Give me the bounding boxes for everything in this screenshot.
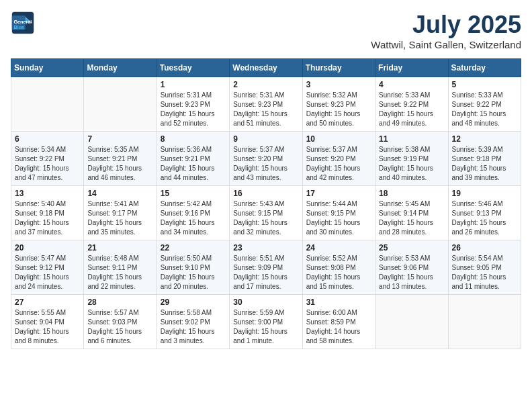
- day-info: Sunrise: 5:58 AM Sunset: 9:02 PM Dayligh…: [161, 308, 226, 346]
- day-info: Sunrise: 5:46 AM Sunset: 9:13 PM Dayligh…: [452, 199, 517, 237]
- calendar-cell: 27Sunrise: 5:55 AM Sunset: 9:04 PM Dayli…: [11, 295, 84, 349]
- weekday-header-monday: Monday: [84, 59, 157, 77]
- day-number: 3: [306, 80, 371, 89]
- day-info: Sunrise: 5:37 AM Sunset: 9:20 PM Dayligh…: [306, 145, 371, 183]
- day-info: Sunrise: 6:00 AM Sunset: 8:59 PM Dayligh…: [306, 308, 371, 346]
- day-info: Sunrise: 5:44 AM Sunset: 9:15 PM Dayligh…: [306, 199, 371, 237]
- calendar-cell: [448, 295, 521, 349]
- day-number: 10: [306, 134, 371, 144]
- day-info: Sunrise: 5:52 AM Sunset: 9:08 PM Dayligh…: [306, 254, 371, 291]
- weekday-header-saturday: Saturday: [448, 59, 521, 77]
- day-number: 20: [15, 243, 80, 253]
- calendar-cell: [84, 77, 157, 132]
- day-info: Sunrise: 5:40 AM Sunset: 9:18 PM Dayligh…: [15, 199, 80, 237]
- weekday-header-friday: Friday: [375, 59, 448, 77]
- calendar-cell: 15Sunrise: 5:42 AM Sunset: 9:16 PM Dayli…: [157, 186, 229, 240]
- svg-text:Blue: Blue: [14, 24, 25, 30]
- calendar-week-row: 13Sunrise: 5:40 AM Sunset: 9:18 PM Dayli…: [11, 186, 521, 240]
- calendar-cell: 12Sunrise: 5:39 AM Sunset: 9:18 PM Dayli…: [448, 132, 521, 186]
- calendar-cell: 22Sunrise: 5:50 AM Sunset: 9:10 PM Dayli…: [157, 240, 229, 295]
- calendar-cell: 3Sunrise: 5:32 AM Sunset: 9:23 PM Daylig…: [302, 77, 375, 132]
- logo-icon: General Blue: [11, 11, 35, 35]
- location-subtitle: Wattwil, Saint Gallen, Switzerland: [371, 39, 521, 50]
- day-number: 14: [87, 189, 152, 198]
- calendar-week-row: 6Sunrise: 5:34 AM Sunset: 9:22 PM Daylig…: [11, 132, 521, 186]
- weekday-header-thursday: Thursday: [302, 59, 375, 77]
- day-info: Sunrise: 5:57 AM Sunset: 9:03 PM Dayligh…: [87, 308, 152, 346]
- calendar-cell: 5Sunrise: 5:33 AM Sunset: 9:22 PM Daylig…: [448, 77, 521, 132]
- calendar-cell: 18Sunrise: 5:45 AM Sunset: 9:14 PM Dayli…: [375, 186, 448, 240]
- day-info: Sunrise: 5:53 AM Sunset: 9:06 PM Dayligh…: [379, 254, 444, 291]
- weekday-header-row: SundayMondayTuesdayWednesdayThursdayFrid…: [11, 59, 521, 77]
- day-number: 5: [452, 80, 517, 89]
- day-info: Sunrise: 5:36 AM Sunset: 9:21 PM Dayligh…: [161, 145, 226, 183]
- calendar-cell: 25Sunrise: 5:53 AM Sunset: 9:06 PM Dayli…: [375, 240, 448, 295]
- calendar-cell: 28Sunrise: 5:57 AM Sunset: 9:03 PM Dayli…: [84, 295, 157, 349]
- day-info: Sunrise: 5:55 AM Sunset: 9:04 PM Dayligh…: [15, 308, 80, 346]
- calendar-cell: 19Sunrise: 5:46 AM Sunset: 9:13 PM Dayli…: [448, 186, 521, 240]
- day-info: Sunrise: 5:41 AM Sunset: 9:17 PM Dayligh…: [87, 199, 152, 237]
- day-number: 12: [452, 134, 517, 144]
- weekday-header-sunday: Sunday: [11, 59, 84, 77]
- calendar-cell: 7Sunrise: 5:35 AM Sunset: 9:21 PM Daylig…: [84, 132, 157, 186]
- day-number: 22: [161, 243, 226, 253]
- day-number: 23: [233, 243, 298, 253]
- weekday-header-wednesday: Wednesday: [230, 59, 302, 77]
- calendar-cell: 11Sunrise: 5:38 AM Sunset: 9:19 PM Dayli…: [375, 132, 448, 186]
- calendar-cell: 2Sunrise: 5:31 AM Sunset: 9:23 PM Daylig…: [230, 77, 302, 132]
- calendar-cell: 23Sunrise: 5:51 AM Sunset: 9:09 PM Dayli…: [230, 240, 302, 295]
- day-info: Sunrise: 5:31 AM Sunset: 9:23 PM Dayligh…: [233, 91, 298, 128]
- calendar-cell: 6Sunrise: 5:34 AM Sunset: 9:22 PM Daylig…: [11, 132, 84, 186]
- day-number: 24: [306, 243, 371, 253]
- calendar-week-row: 20Sunrise: 5:47 AM Sunset: 9:12 PM Dayli…: [11, 240, 521, 295]
- calendar-cell: 21Sunrise: 5:48 AM Sunset: 9:11 PM Dayli…: [84, 240, 157, 295]
- day-info: Sunrise: 5:48 AM Sunset: 9:11 PM Dayligh…: [87, 254, 152, 291]
- day-number: 21: [87, 243, 152, 253]
- day-number: 13: [15, 189, 80, 198]
- day-number: 8: [161, 134, 226, 144]
- day-number: 1: [161, 80, 226, 89]
- day-number: 31: [306, 298, 371, 307]
- day-info: Sunrise: 5:33 AM Sunset: 9:22 PM Dayligh…: [379, 91, 444, 128]
- day-info: Sunrise: 5:39 AM Sunset: 9:18 PM Dayligh…: [452, 145, 517, 183]
- day-info: Sunrise: 5:32 AM Sunset: 9:23 PM Dayligh…: [306, 91, 371, 128]
- day-info: Sunrise: 5:47 AM Sunset: 9:12 PM Dayligh…: [15, 254, 80, 291]
- calendar-cell: [11, 77, 84, 132]
- day-number: 7: [87, 134, 152, 144]
- month-year-title: July 2025: [371, 11, 521, 39]
- calendar-week-row: 27Sunrise: 5:55 AM Sunset: 9:04 PM Dayli…: [11, 295, 521, 349]
- day-info: Sunrise: 5:33 AM Sunset: 9:22 PM Dayligh…: [452, 91, 517, 128]
- calendar-cell: 20Sunrise: 5:47 AM Sunset: 9:12 PM Dayli…: [11, 240, 84, 295]
- day-number: 6: [15, 134, 80, 144]
- calendar-cell: 9Sunrise: 5:37 AM Sunset: 9:20 PM Daylig…: [230, 132, 302, 186]
- title-area: July 2025 Wattwil, Saint Gallen, Switzer…: [371, 11, 521, 50]
- calendar-cell: 4Sunrise: 5:33 AM Sunset: 9:22 PM Daylig…: [375, 77, 448, 132]
- day-info: Sunrise: 5:50 AM Sunset: 9:10 PM Dayligh…: [161, 254, 226, 291]
- calendar-cell: [375, 295, 448, 349]
- day-number: 17: [306, 189, 371, 198]
- day-number: 18: [379, 189, 444, 198]
- calendar-cell: 13Sunrise: 5:40 AM Sunset: 9:18 PM Dayli…: [11, 186, 84, 240]
- day-number: 30: [233, 298, 298, 307]
- day-info: Sunrise: 5:35 AM Sunset: 9:21 PM Dayligh…: [87, 145, 152, 183]
- day-number: 25: [379, 243, 444, 253]
- day-info: Sunrise: 5:51 AM Sunset: 9:09 PM Dayligh…: [233, 254, 298, 291]
- calendar-cell: 26Sunrise: 5:54 AM Sunset: 9:05 PM Dayli…: [448, 240, 521, 295]
- weekday-header-tuesday: Tuesday: [157, 59, 229, 77]
- calendar-cell: 1Sunrise: 5:31 AM Sunset: 9:23 PM Daylig…: [157, 77, 229, 132]
- day-number: 29: [161, 298, 226, 307]
- day-info: Sunrise: 5:31 AM Sunset: 9:23 PM Dayligh…: [161, 91, 226, 128]
- calendar-cell: 30Sunrise: 5:59 AM Sunset: 9:00 PM Dayli…: [230, 295, 302, 349]
- day-number: 11: [379, 134, 444, 144]
- day-number: 9: [233, 134, 298, 144]
- day-number: 15: [161, 189, 226, 198]
- day-number: 4: [379, 80, 444, 89]
- day-number: 16: [233, 189, 298, 198]
- day-info: Sunrise: 5:43 AM Sunset: 9:15 PM Dayligh…: [233, 199, 298, 237]
- day-info: Sunrise: 5:45 AM Sunset: 9:14 PM Dayligh…: [379, 199, 444, 237]
- calendar-cell: 29Sunrise: 5:58 AM Sunset: 9:02 PM Dayli…: [157, 295, 229, 349]
- calendar-cell: 14Sunrise: 5:41 AM Sunset: 9:17 PM Dayli…: [84, 186, 157, 240]
- calendar-cell: 24Sunrise: 5:52 AM Sunset: 9:08 PM Dayli…: [302, 240, 375, 295]
- calendar-cell: 31Sunrise: 6:00 AM Sunset: 8:59 PM Dayli…: [302, 295, 375, 349]
- calendar-cell: 17Sunrise: 5:44 AM Sunset: 9:15 PM Dayli…: [302, 186, 375, 240]
